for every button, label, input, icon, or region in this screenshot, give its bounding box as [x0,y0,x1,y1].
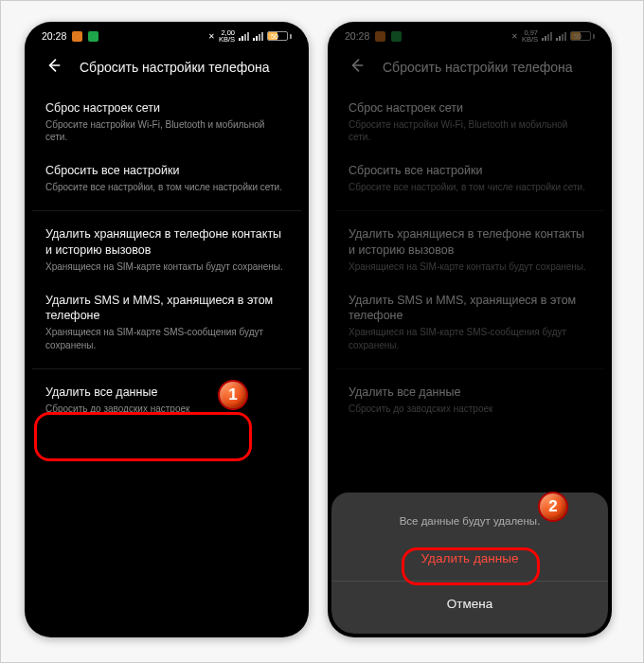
confirm-erase-button[interactable]: Удалить данные [349,540,591,577]
item-subtitle: Сбросите все настройки, в том числе наст… [45,181,288,194]
item-erase-all-data[interactable]: Удалить все данные Сбросить до заводских… [335,376,604,425]
divider [331,581,608,582]
status-time: 20:28 [42,30,66,42]
item-subtitle: Хранящиеся на SIM-карте контакты будут с… [45,260,288,274]
settings-list: Сброс настроек сети Сбросите настройки W… [331,86,608,426]
battery-icon: 50 [570,31,595,41]
signal-icon-2 [556,32,566,41]
status-app-icon-2 [391,31,402,42]
battery-icon: 50 [267,31,292,41]
net-speed: 0,97 KB/S [522,29,538,44]
screen-left: 20:28 ✕ 2,00 KB/S 50 Сбросить настройки … [28,26,305,634]
item-subtitle: Сбросите настройки Wi-Fi, Bluetooth и мо… [45,118,288,144]
status-bar: 20:28 ✕ 0,97 KB/S 50 [331,26,608,46]
item-subtitle: Сбросить до заводских настроек [45,403,288,416]
settings-list: Сброс настроек сети Сбросите настройки W… [28,86,305,426]
back-icon[interactable] [44,56,63,79]
item-subtitle: Хранящиеся на SIM-карте контакты будут с… [349,260,591,274]
item-reset-network[interactable]: Сброс настроек сети Сбросите настройки W… [32,92,301,154]
divider [335,210,604,211]
page-title: Сбросить настройки телефона [80,60,270,75]
wifi-off-icon: ✕ [208,32,215,41]
status-bar: 20:28 ✕ 2,00 KB/S 50 [28,26,305,46]
phone-frame-left: 20:28 ✕ 2,00 KB/S 50 Сбросить настройки … [25,22,309,637]
item-delete-contacts[interactable]: Удалить хранящиеся в телефоне контакты и… [335,218,604,283]
screen-right: 20:28 ✕ 0,97 KB/S 50 Сбросить настройки … [331,26,608,634]
item-delete-sms[interactable]: Удалить SMS и MMS, хранящиеся в этом тел… [32,284,301,363]
item-title: Удалить хранящиеся в телефоне контакты и… [349,226,591,259]
item-delete-contacts[interactable]: Удалить хранящиеся в телефоне контакты и… [32,218,301,283]
status-app-icon-1 [375,31,385,42]
item-title: Сброс настроек сети [349,100,591,116]
signal-icon [542,32,552,41]
item-title: Сброс настроек сети [45,100,288,116]
wifi-off-icon: ✕ [511,32,518,41]
status-time: 20:28 [345,30,369,42]
confirm-sheet: Все данные будут удалены. Удалить данные… [331,493,608,634]
divider [32,210,301,211]
signal-icon-2 [253,32,263,41]
item-subtitle: Хранящиеся на SIM-карте SMS-сообщения бу… [45,326,288,351]
status-app-icon-1 [72,31,82,42]
item-subtitle: Сбросите настройки Wi-Fi, Bluetooth и мо… [349,118,591,144]
divider [335,368,604,369]
item-title: Сбросить все настройки [349,163,591,179]
item-subtitle: Сбросите все настройки, в том числе наст… [349,181,591,194]
item-title: Удалить все данные [349,385,591,401]
item-subtitle: Сбросить до заводских настроек [349,403,591,416]
divider [32,368,301,369]
net-speed: 2,00 KB/S [219,29,235,44]
header: Сбросить настройки телефона [331,46,608,86]
item-delete-sms[interactable]: Удалить SMS и MMS, хранящиеся в этом тел… [335,284,604,363]
phone-frame-right: 20:28 ✕ 0,97 KB/S 50 Сбросить настройки … [328,22,612,637]
item-erase-all-data[interactable]: Удалить все данные Сбросить до заводских… [32,376,301,425]
item-reset-network[interactable]: Сброс настроек сети Сбросите настройки W… [335,92,604,154]
signal-icon [239,32,249,41]
item-title: Сбросить все настройки [45,163,288,179]
item-reset-all-settings[interactable]: Сбросить все настройки Сбросите все наст… [32,154,301,204]
item-title: Удалить все данные [45,385,288,401]
cancel-button[interactable]: Отмена [349,585,591,622]
sheet-message: Все данные будут удалены. [349,515,591,527]
header: Сбросить настройки телефона [28,46,305,86]
item-reset-all-settings[interactable]: Сбросить все настройки Сбросите все наст… [335,154,604,204]
page-title: Сбросить настройки телефона [383,60,573,75]
status-app-icon-2 [88,31,98,42]
item-title: Удалить хранящиеся в телефоне контакты и… [45,226,288,259]
item-subtitle: Хранящиеся на SIM-карте SMS-сообщения бу… [349,326,591,351]
item-title: Удалить SMS и MMS, хранящиеся в этом тел… [45,293,288,325]
item-title: Удалить SMS и MMS, хранящиеся в этом тел… [349,293,591,325]
back-icon[interactable] [347,56,366,79]
